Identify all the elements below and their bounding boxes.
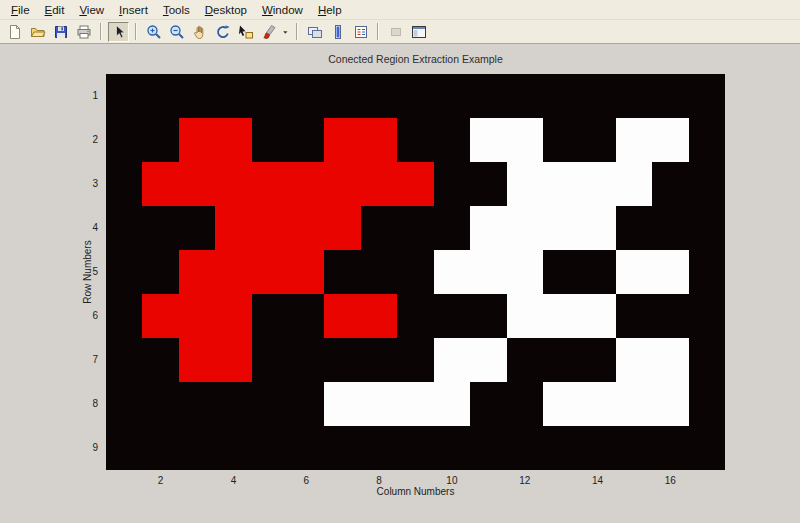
grid-cell [507, 206, 543, 250]
y-tick-label: 7 [58, 354, 98, 366]
grid-cell [252, 250, 288, 294]
matlab-figure-window: FileEditViewInsertToolsDesktopWindowHelp… [0, 0, 800, 523]
grid-cell [507, 162, 543, 206]
grid-cell [543, 206, 579, 250]
grid-cell [616, 338, 652, 382]
y-tick-label: 8 [58, 398, 98, 410]
grid-cell [252, 206, 288, 250]
grid-cell [616, 162, 652, 206]
x-tick-label: 12 [505, 475, 545, 487]
pan-icon[interactable] [189, 22, 210, 42]
grid-cell [142, 294, 178, 338]
data-cursor-icon[interactable] [235, 22, 256, 42]
y-tick-label: 4 [58, 222, 98, 234]
show-plot-tools-icon[interactable] [408, 22, 429, 42]
zoom-out-icon[interactable] [166, 22, 187, 42]
toolbar-separator [296, 23, 298, 40]
grid-cell [652, 118, 688, 162]
save-figure-icon[interactable] [50, 22, 71, 42]
grid-cell [579, 206, 615, 250]
grid-cell [579, 382, 615, 426]
y-tick-label: 2 [58, 134, 98, 146]
grid-cell [179, 118, 215, 162]
y-tick-label: 9 [58, 442, 98, 454]
grid-cell [215, 338, 251, 382]
insert-colorbar-icon[interactable] [327, 22, 348, 42]
grid-cell [142, 162, 178, 206]
grid-cell [616, 250, 652, 294]
grid-cell [179, 338, 215, 382]
binary-image [106, 74, 725, 470]
menu-item-view[interactable]: View [72, 1, 112, 19]
grid-cell [579, 162, 615, 206]
y-tick-label: 6 [58, 310, 98, 322]
brush-dropdown-icon[interactable] [281, 22, 290, 42]
grid-cell [652, 250, 688, 294]
insert-legend-icon[interactable] [350, 22, 371, 42]
grid-cell [215, 294, 251, 338]
grid-cell [324, 162, 360, 206]
grid-cell [324, 382, 360, 426]
menu-item-insert[interactable]: Insert [112, 1, 156, 19]
x-axis-label: Column Numbers [106, 486, 725, 497]
x-tick-label: 6 [286, 475, 326, 487]
grid-cell [361, 294, 397, 338]
new-figure-icon[interactable] [4, 22, 25, 42]
plot-area[interactable] [106, 74, 725, 470]
grid-cell [652, 382, 688, 426]
grid-cell [288, 250, 324, 294]
zoom-in-icon[interactable] [143, 22, 164, 42]
y-tick-label: 5 [58, 266, 98, 278]
grid-cell [215, 118, 251, 162]
grid-cell [470, 206, 506, 250]
x-tick-label: 14 [578, 475, 618, 487]
edit-plot-icon[interactable] [108, 22, 129, 42]
grid-cell [179, 250, 215, 294]
menu-item-edit[interactable]: Edit [38, 1, 73, 19]
grid-cell [252, 162, 288, 206]
menu-item-file[interactable]: File [4, 1, 38, 19]
plot-title: Conected Region Extraction Example [106, 53, 725, 65]
menu-item-desktop[interactable]: Desktop [198, 1, 255, 19]
open-file-icon[interactable] [27, 22, 48, 42]
hide-plot-tools-icon [385, 22, 406, 42]
grid-cell [288, 162, 324, 206]
grid-cell [324, 206, 360, 250]
grid-cell [543, 382, 579, 426]
grid-cell [397, 162, 433, 206]
rotate-3d-icon[interactable] [212, 22, 233, 42]
grid-cell [507, 294, 543, 338]
x-tick-label: 10 [432, 475, 472, 487]
x-tick-label: 4 [213, 475, 253, 487]
grid-cell [543, 162, 579, 206]
grid-cell [616, 382, 652, 426]
grid-cell [215, 206, 251, 250]
menu-item-help[interactable]: Help [311, 1, 350, 19]
grid-cell [288, 206, 324, 250]
grid-cell [470, 118, 506, 162]
toolbar-separator [100, 23, 102, 40]
grid-cell [361, 162, 397, 206]
grid-cell [470, 338, 506, 382]
grid-cell [361, 382, 397, 426]
figure-toolbar [0, 20, 800, 44]
print-figure-icon[interactable] [73, 22, 94, 42]
grid-cell [507, 118, 543, 162]
brush-icon[interactable] [258, 22, 279, 42]
grid-cell [616, 118, 652, 162]
grid-cell [397, 382, 433, 426]
grid-cell [543, 294, 579, 338]
figure-canvas: Conected Region Extraction Example Row N… [0, 44, 800, 523]
grid-cell [579, 294, 615, 338]
grid-cell [324, 118, 360, 162]
grid-cell [652, 338, 688, 382]
grid-cell [179, 162, 215, 206]
toolbar-separator [377, 23, 379, 40]
grid-cell [361, 118, 397, 162]
grid-cell [215, 250, 251, 294]
x-tick-label: 8 [359, 475, 399, 487]
link-plot-icon[interactable] [304, 22, 325, 42]
menu-item-window[interactable]: Window [255, 1, 311, 19]
menu-item-tools[interactable]: Tools [156, 1, 198, 19]
menu-bar: FileEditViewInsertToolsDesktopWindowHelp [0, 0, 800, 20]
